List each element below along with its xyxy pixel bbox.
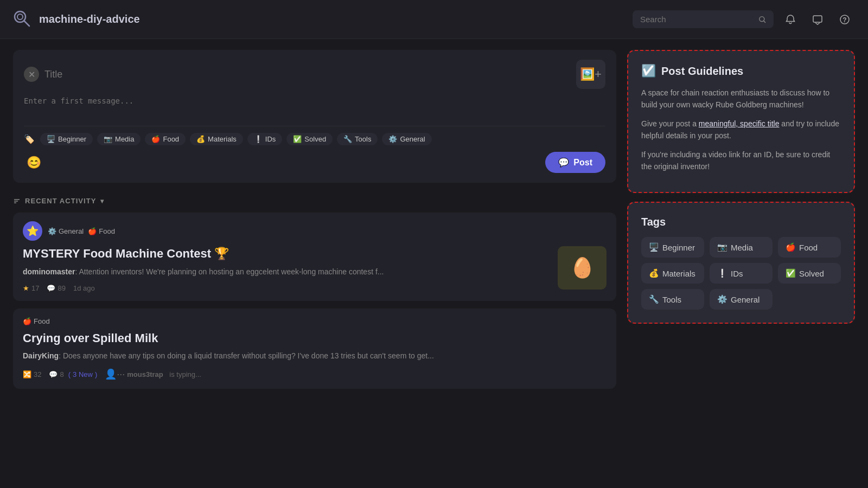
recent-activity-header[interactable]: RECENT ACTIVITY ▾: [13, 191, 616, 213]
ids-label: IDs: [731, 269, 743, 278]
logo-icon: [13, 10, 33, 29]
emoji-icon: 😊: [27, 156, 41, 170]
post-title-milk[interactable]: Crying over Spilled Milk: [23, 331, 607, 346]
solved-emoji: ✅: [786, 268, 796, 278]
guidelines-heading: Post Guidelines: [661, 65, 743, 78]
typing-user: mous3trap: [127, 370, 163, 378]
general-tag-label: General: [400, 135, 425, 143]
food-emoji-tag: 🍎: [786, 242, 796, 252]
tag-button-food[interactable]: 🍎 Food: [778, 237, 841, 258]
general-label: General: [59, 227, 84, 235]
compose-title-input[interactable]: [44, 69, 571, 80]
tag-button-tools[interactable]: 🔧 Tools: [641, 289, 704, 310]
emoji-button[interactable]: 😊: [24, 153, 43, 172]
materials-tag-label: Materials: [208, 135, 237, 143]
post-author: dominomaster: [23, 267, 75, 276]
header: machine-diy-advice ?: [0, 0, 868, 39]
right-sidebar: ☑️ Post Guidelines A space for chain rea…: [627, 50, 855, 477]
compose-image-button[interactable]: 🖼️+: [576, 60, 605, 89]
compose-tag-media[interactable]: 📷 Media: [97, 133, 141, 145]
food-tag-emoji: 🍎: [151, 135, 160, 143]
media-emoji: 📷: [717, 242, 727, 252]
compose-tag-general[interactable]: ⚙️ General: [382, 133, 431, 145]
tag-button-general[interactable]: ⚙️ General: [710, 289, 773, 310]
svg-text:?: ?: [843, 16, 846, 24]
meaningful-title-link[interactable]: meaningful, specific title: [699, 119, 780, 128]
bell-icon: [785, 14, 796, 25]
comments-icon: 💬: [47, 284, 55, 292]
svg-rect-5: [813, 16, 822, 22]
post-stars: ★ 17: [23, 284, 39, 292]
compose-message-input[interactable]: [24, 94, 605, 116]
tag-button-beginner[interactable]: 🖥️ Beginner: [641, 237, 704, 258]
tag-button-solved[interactable]: ✅ Solved: [778, 263, 841, 284]
food-emoji: 🍎: [88, 227, 97, 235]
post-author2: DairyKing: [23, 351, 59, 360]
avatar-icon: ⭐: [27, 225, 39, 237]
svg-line-4: [763, 21, 765, 22]
tools-tag-emoji: 🔧: [343, 135, 352, 143]
post-button[interactable]: 💬 Post: [545, 152, 605, 173]
search-container[interactable]: [633, 10, 774, 28]
post-card-header: ⭐ ⚙️ General 🍎 Food: [23, 221, 607, 241]
fork-icon: 🔀: [23, 370, 31, 378]
tag-button-materials[interactable]: 💰 Materials: [641, 263, 704, 284]
star-count: 17: [31, 284, 39, 292]
image-upload-icon: 🖼️+: [580, 67, 602, 81]
post-button-label: Post: [573, 158, 592, 168]
post-time: 1d ago: [73, 284, 95, 292]
checklist-icon: ☑️: [641, 64, 656, 78]
post-excerpt: dominomaster: Attention inventors! We're…: [23, 266, 549, 278]
materials-tag-emoji: 💰: [196, 135, 205, 143]
tools-label: Tools: [662, 295, 681, 304]
post-meta: ★ 17 💬 89 1d ago: [23, 284, 549, 292]
tag-button-ids[interactable]: ❕ IDs: [710, 263, 773, 284]
post-tag-general[interactable]: ⚙️ General: [48, 227, 84, 235]
header-right: ?: [633, 9, 855, 30]
compose-tag-tools[interactable]: 🔧 Tools: [337, 133, 378, 145]
compose-tag-materials[interactable]: 💰 Materials: [190, 133, 243, 145]
materials-emoji: 💰: [649, 268, 659, 278]
media-tag-label: Media: [115, 135, 134, 143]
help-button[interactable]: ?: [834, 9, 855, 30]
compose-tag-ids[interactable]: ❕ IDs: [247, 133, 283, 145]
comments-count2: 8: [60, 370, 63, 378]
general-emoji: ⚙️: [48, 227, 56, 235]
post-card2-tag: 🍎 Food: [23, 317, 607, 325]
tags-grid: 🖥️ Beginner 📷 Media 🍎 Food 💰 Materials ❕: [641, 237, 841, 310]
beginner-tag-label: Beginner: [58, 135, 86, 143]
tags-icon: 🏷️: [24, 134, 35, 144]
compose-tag-food[interactable]: 🍎 Food: [145, 133, 186, 145]
guidelines-title: ☑️ Post Guidelines: [641, 64, 841, 78]
post-button-icon: 💬: [558, 157, 569, 168]
typing-text: is typing...: [169, 370, 201, 378]
solved-label: Solved: [799, 269, 824, 278]
guidelines-para-1: A space for chain reaction enthusiasts t…: [641, 87, 841, 111]
general-emoji-tag: ⚙️: [717, 294, 727, 304]
tags-card: Tags 🖥️ Beginner 📷 Media 🍎 Food 💰 Materi…: [627, 202, 855, 324]
compose-tag-solved[interactable]: ✅ Solved: [286, 133, 333, 145]
post-thumbnail: 🥚: [558, 246, 607, 290]
star-icon: ★: [23, 284, 29, 292]
svg-point-1: [17, 14, 23, 20]
messages-button[interactable]: [807, 9, 828, 30]
solved-tag-label: Solved: [304, 135, 326, 143]
guidelines-para-3: If you're including a video link for an …: [641, 149, 841, 173]
media-label: Media: [731, 243, 753, 252]
post-comments: 💬 89: [47, 284, 65, 292]
beginner-tag-emoji: 🖥️: [47, 135, 55, 143]
post-excerpt-text: Attention inventors! We're planning on h…: [79, 267, 384, 276]
search-input[interactable]: [640, 15, 754, 24]
tag-button-media[interactable]: 📷 Media: [710, 237, 773, 258]
post-tag-food[interactable]: 🍎 Food: [88, 227, 115, 235]
compose-close-button[interactable]: ✕: [24, 67, 39, 82]
message-icon: [812, 14, 823, 25]
food2-label: Food: [34, 317, 50, 325]
compose-tag-beginner[interactable]: 🖥️ Beginner: [40, 133, 93, 145]
post-title-mystery[interactable]: MYSTERY Food Machine Contest 🏆: [23, 246, 549, 262]
notifications-button[interactable]: [780, 9, 801, 30]
solved-tag-emoji: ✅: [293, 135, 302, 143]
typing-avatars: 👤···: [105, 368, 125, 380]
tools-tag-label: Tools: [355, 135, 371, 143]
compose-tags-row: 🏷️ 🖥️ Beginner 📷 Media 🍎 Food 💰 Material…: [24, 126, 605, 145]
